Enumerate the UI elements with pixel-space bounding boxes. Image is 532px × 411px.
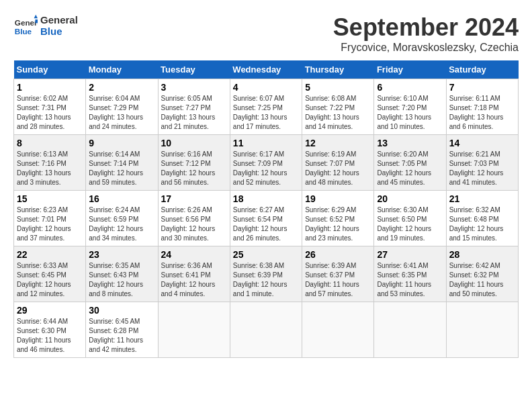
calendar-cell: 10Sunrise: 6:16 AM Sunset: 7:12 PM Dayli… (158, 135, 230, 191)
day-info: Sunrise: 6:35 AM Sunset: 6:43 PM Dayligh… (89, 261, 154, 299)
month-title: September 2024 (333, 13, 519, 42)
calendar-cell: 11Sunrise: 6:17 AM Sunset: 7:09 PM Dayli… (230, 135, 302, 191)
day-number: 3 (161, 82, 227, 93)
day-number: 29 (17, 305, 83, 316)
day-number: 19 (305, 193, 371, 204)
day-info: Sunrise: 6:32 AM Sunset: 6:48 PM Dayligh… (449, 205, 515, 243)
day-info: Sunrise: 6:10 AM Sunset: 7:20 PM Dayligh… (377, 94, 443, 132)
calendar-cell (302, 302, 374, 358)
calendar-cell: 15Sunrise: 6:23 AM Sunset: 7:01 PM Dayli… (14, 191, 86, 246)
svg-marker-3 (35, 19, 38, 23)
calendar-cell: 16Sunrise: 6:24 AM Sunset: 6:59 PM Dayli… (86, 191, 158, 246)
calendar-cell: 14Sunrise: 6:21 AM Sunset: 7:03 PM Dayli… (446, 135, 518, 191)
day-info: Sunrise: 6:20 AM Sunset: 7:05 PM Dayligh… (377, 150, 443, 187)
day-info: Sunrise: 6:39 AM Sunset: 6:37 PM Dayligh… (305, 261, 371, 299)
day-info: Sunrise: 6:19 AM Sunset: 7:07 PM Dayligh… (305, 150, 371, 187)
dow-header: Saturday (446, 60, 518, 79)
day-number: 22 (17, 249, 83, 260)
day-number: 26 (305, 249, 371, 260)
logo: General Blue General Blue (13, 13, 78, 38)
day-number: 14 (449, 138, 515, 148)
day-number: 7 (449, 82, 515, 93)
calendar-cell: 26Sunrise: 6:39 AM Sunset: 6:37 PM Dayli… (302, 246, 374, 302)
calendar-cell: 29Sunrise: 6:44 AM Sunset: 6:30 PM Dayli… (14, 302, 86, 358)
day-info: Sunrise: 6:05 AM Sunset: 7:27 PM Dayligh… (161, 94, 227, 132)
day-number: 9 (89, 138, 154, 148)
calendar-cell: 13Sunrise: 6:20 AM Sunset: 7:05 PM Dayli… (374, 135, 446, 191)
calendar-cell: 24Sunrise: 6:36 AM Sunset: 6:41 PM Dayli… (158, 246, 230, 302)
day-info: Sunrise: 6:16 AM Sunset: 7:12 PM Dayligh… (161, 150, 227, 187)
calendar-cell: 12Sunrise: 6:19 AM Sunset: 7:07 PM Dayli… (302, 135, 374, 191)
title-block: September 2024 Frycovice, Moravskoslezsk… (333, 13, 519, 54)
day-number: 21 (449, 193, 515, 204)
calendar-cell (230, 302, 302, 358)
day-number: 17 (161, 193, 227, 204)
day-info: Sunrise: 6:24 AM Sunset: 6:59 PM Dayligh… (89, 205, 154, 243)
calendar-cell: 3Sunrise: 6:05 AM Sunset: 7:27 PM Daylig… (158, 79, 230, 135)
day-info: Sunrise: 6:45 AM Sunset: 6:28 PM Dayligh… (89, 317, 154, 355)
day-number: 6 (377, 82, 443, 93)
day-number: 1 (17, 82, 83, 93)
calendar-cell: 9Sunrise: 6:14 AM Sunset: 7:14 PM Daylig… (86, 135, 158, 191)
day-info: Sunrise: 6:04 AM Sunset: 7:29 PM Dayligh… (89, 94, 154, 132)
calendar-cell: 21Sunrise: 6:32 AM Sunset: 6:48 PM Dayli… (446, 191, 518, 246)
svg-text:General: General (15, 18, 38, 27)
calendar-cell: 17Sunrise: 6:26 AM Sunset: 6:56 PM Dayli… (158, 191, 230, 246)
calendar-cell: 5Sunrise: 6:08 AM Sunset: 7:22 PM Daylig… (302, 79, 374, 135)
day-info: Sunrise: 6:29 AM Sunset: 6:52 PM Dayligh… (305, 205, 371, 243)
day-info: Sunrise: 6:30 AM Sunset: 6:50 PM Dayligh… (377, 205, 443, 243)
day-number: 4 (233, 82, 299, 93)
logo-blue: Blue (40, 26, 78, 37)
day-number: 27 (377, 249, 443, 260)
day-number: 13 (377, 138, 443, 148)
dow-header: Sunday (14, 60, 86, 79)
dow-header: Thursday (302, 60, 374, 79)
calendar-cell (446, 302, 518, 358)
calendar-cell: 2Sunrise: 6:04 AM Sunset: 7:29 PM Daylig… (86, 79, 158, 135)
day-info: Sunrise: 6:42 AM Sunset: 6:32 PM Dayligh… (449, 261, 515, 299)
dow-header: Tuesday (158, 60, 230, 79)
calendar-cell: 27Sunrise: 6:41 AM Sunset: 6:35 PM Dayli… (374, 246, 446, 302)
calendar-cell (158, 302, 230, 358)
day-number: 15 (17, 193, 83, 204)
calendar-cell: 25Sunrise: 6:38 AM Sunset: 6:39 PM Dayli… (230, 246, 302, 302)
day-number: 5 (305, 82, 371, 93)
day-info: Sunrise: 6:13 AM Sunset: 7:16 PM Dayligh… (17, 150, 83, 187)
day-info: Sunrise: 6:33 AM Sunset: 6:45 PM Dayligh… (17, 261, 83, 299)
calendar-cell: 1Sunrise: 6:02 AM Sunset: 7:31 PM Daylig… (14, 79, 86, 135)
day-number: 23 (89, 249, 154, 260)
logo-icon: General Blue (13, 13, 38, 38)
day-number: 25 (233, 249, 299, 260)
dow-header: Friday (374, 60, 446, 79)
day-number: 8 (17, 138, 83, 148)
calendar-table: SundayMondayTuesdayWednesdayThursdayFrid… (13, 60, 519, 358)
day-info: Sunrise: 6:14 AM Sunset: 7:14 PM Dayligh… (89, 150, 154, 187)
location-subtitle: Frycovice, Moravskoslezsky, Czechia (333, 42, 519, 54)
day-info: Sunrise: 6:38 AM Sunset: 6:39 PM Dayligh… (233, 261, 299, 299)
day-number: 24 (161, 249, 227, 260)
day-number: 18 (233, 193, 299, 204)
calendar-cell: 30Sunrise: 6:45 AM Sunset: 6:28 PM Dayli… (86, 302, 158, 358)
svg-marker-2 (34, 15, 38, 18)
day-number: 28 (449, 249, 515, 260)
day-info: Sunrise: 6:17 AM Sunset: 7:09 PM Dayligh… (233, 150, 299, 187)
day-number: 10 (161, 138, 227, 148)
day-info: Sunrise: 6:23 AM Sunset: 7:01 PM Dayligh… (17, 205, 83, 243)
day-info: Sunrise: 6:27 AM Sunset: 6:54 PM Dayligh… (233, 205, 299, 243)
day-info: Sunrise: 6:44 AM Sunset: 6:30 PM Dayligh… (17, 317, 83, 355)
day-number: 11 (233, 138, 299, 148)
day-info: Sunrise: 6:08 AM Sunset: 7:22 PM Dayligh… (305, 94, 371, 132)
svg-text:Blue: Blue (15, 27, 32, 36)
dow-header: Monday (86, 60, 158, 79)
day-info: Sunrise: 6:02 AM Sunset: 7:31 PM Dayligh… (17, 94, 83, 132)
calendar-cell (374, 302, 446, 358)
calendar-cell: 19Sunrise: 6:29 AM Sunset: 6:52 PM Dayli… (302, 191, 374, 246)
calendar-cell: 23Sunrise: 6:35 AM Sunset: 6:43 PM Dayli… (86, 246, 158, 302)
day-number: 16 (89, 193, 154, 204)
day-info: Sunrise: 6:26 AM Sunset: 6:56 PM Dayligh… (161, 205, 227, 243)
logo-general: General (40, 14, 78, 26)
calendar-cell: 6Sunrise: 6:10 AM Sunset: 7:20 PM Daylig… (374, 79, 446, 135)
calendar-cell: 18Sunrise: 6:27 AM Sunset: 6:54 PM Dayli… (230, 191, 302, 246)
calendar-cell: 8Sunrise: 6:13 AM Sunset: 7:16 PM Daylig… (14, 135, 86, 191)
dow-header: Wednesday (230, 60, 302, 79)
